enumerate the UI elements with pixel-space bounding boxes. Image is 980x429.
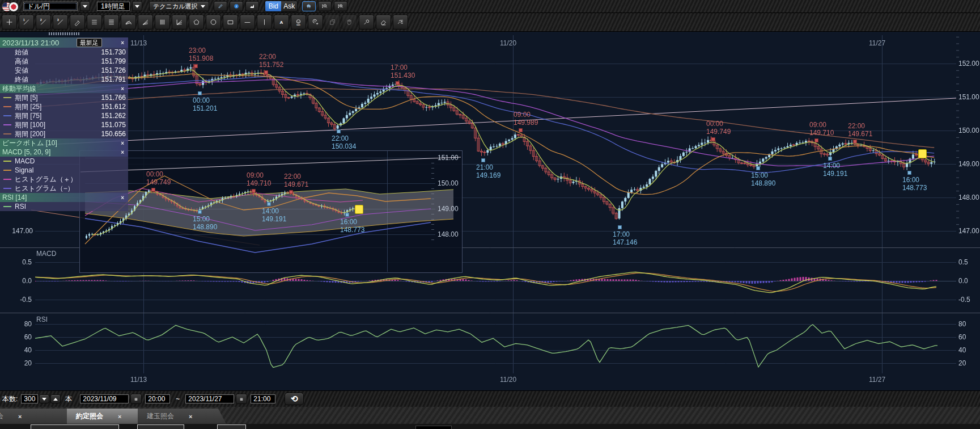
bottom-annotation: 22:00150.034: [332, 134, 356, 150]
annotation-price: 147.146: [613, 238, 637, 246]
pair-dropdown-arrow[interactable]: [80, 1, 90, 11]
pencil-button[interactable]: [214, 1, 227, 11]
bottom-annotation: 15:00148.890: [751, 171, 775, 187]
peak-marker: [711, 137, 715, 141]
close-icon[interactable]: ×: [119, 40, 126, 46]
pentagon-icon: [193, 17, 200, 27]
zoom-out-button[interactable]: [318, 1, 332, 11]
macd-axis-label-right: 0.0: [958, 277, 968, 285]
fan-lines-button[interactable]: [138, 15, 153, 30]
icon-stamp-button[interactable]: icon: [291, 15, 306, 30]
calendar-from-button[interactable]: [130, 394, 142, 404]
peak-annotation: 00:00149.749: [706, 120, 731, 136]
calendar-to-button[interactable]: [236, 394, 247, 404]
time-from-input[interactable]: 20:00: [145, 394, 170, 403]
candle-chart-type-button[interactable]: [302, 1, 316, 11]
hlines-3-icon: [91, 17, 98, 27]
row-label: RSI: [15, 203, 26, 211]
marker-pen-button[interactable]: [70, 15, 85, 30]
area-chart-button[interactable]: [245, 1, 259, 11]
chart-canvas[interactable]: [0, 0, 980, 429]
inset-current-price-marker: [355, 205, 363, 214]
eraser-button[interactable]: [376, 15, 391, 30]
row-label: 期間 [25]: [15, 102, 41, 112]
panel-drag-handle[interactable]: [49, 32, 79, 35]
trendline-1-icon: 1: [23, 17, 30, 27]
timeframe-select[interactable]: 1時間足: [97, 2, 130, 11]
row-value: 151.766: [101, 94, 126, 102]
crosshair-button[interactable]: [2, 15, 17, 30]
horizontal-line-button[interactable]: [240, 15, 255, 30]
ask-button[interactable]: Ask: [281, 1, 297, 11]
count-decrease-button[interactable]: [39, 394, 49, 403]
date-to-input[interactable]: 2023/11/27: [185, 394, 234, 403]
price-axis-label: 151.00: [958, 93, 979, 101]
circle-button[interactable]: [206, 15, 221, 30]
technical-select-button[interactable]: テクニカル選択: [149, 1, 209, 11]
time-shift-button[interactable]: [308, 15, 323, 30]
bar-count-input[interactable]: 300: [21, 394, 38, 403]
annotation-price: 148.773: [902, 184, 927, 192]
annotation-price: 151.430: [391, 72, 415, 79]
row-value: 151.791: [101, 75, 126, 83]
trendline-2-button[interactable]: 2: [36, 15, 51, 30]
hlines-3-button[interactable]: [87, 15, 102, 30]
bid-button[interactable]: Bid: [265, 1, 281, 11]
range-tilde: ~: [176, 395, 180, 403]
annotation-price: 148.773: [340, 226, 364, 234]
close-icon[interactable]: ×: [18, 413, 22, 420]
timeframe-dropdown-arrow[interactable]: [132, 1, 142, 11]
icon-stamp-icon: icon: [295, 17, 302, 27]
latest-candle-button[interactable]: 最新足: [77, 38, 102, 47]
close-icon[interactable]: ×: [119, 195, 126, 201]
ma-row: 期間 [200]150.656: [0, 129, 128, 138]
close-icon[interactable]: ×: [118, 413, 121, 420]
vertical-line-button[interactable]: [257, 15, 272, 30]
hlines-4-button[interactable]: [104, 15, 119, 30]
annotation-price: 151.752: [259, 61, 283, 69]
ma-section-header: 移動平均線 ×: [0, 84, 128, 93]
bottom-annotation: 14:00149.191: [823, 162, 847, 178]
annotation-time: 22:00: [848, 122, 865, 130]
close-icon[interactable]: ×: [119, 149, 126, 155]
count-increase-button[interactable]: [50, 394, 61, 403]
pentagon-button[interactable]: [189, 15, 204, 30]
macd-axis-label-right: -0.5: [958, 296, 970, 304]
vlines-button[interactable]: [155, 15, 170, 30]
trendline-1-button[interactable]: 1: [19, 15, 34, 30]
wrench-list-button[interactable]: [393, 15, 408, 30]
macd-row: MACD: [0, 157, 128, 166]
rectangle-button[interactable]: [223, 15, 238, 30]
ohlc-row: 安値151.726: [0, 66, 128, 75]
reset-range-button[interactable]: ⟲: [285, 393, 304, 405]
fx-chart-app: { "toolbar_top": { "pair_label": "ドル/円",…: [0, 0, 980, 429]
pitchfork-button[interactable]: [172, 15, 187, 30]
close-icon[interactable]: ×: [119, 140, 126, 146]
row-label: ヒストグラム（＋）: [15, 175, 77, 184]
drawing-toolbar: 123Aicon: [0, 13, 980, 32]
close-icon[interactable]: ×: [119, 86, 126, 92]
bottom-marker: [907, 171, 911, 175]
copy-button[interactable]: [325, 15, 340, 30]
annotation-time: 09:00: [809, 121, 826, 129]
text-button[interactable]: A: [274, 15, 289, 30]
zoom-in-button[interactable]: [334, 1, 347, 11]
row-label: ヒストグラム（−）: [15, 184, 74, 194]
tab-position-inquiry[interactable]: 建玉照会 ×: [138, 409, 226, 424]
pencil-icon: [218, 2, 223, 11]
close-icon[interactable]: ×: [189, 413, 192, 420]
bottom-annotation: 14:00149.191: [262, 207, 286, 223]
pair-select[interactable]: ドル/円: [23, 2, 78, 11]
bottom-marker: [267, 202, 271, 206]
trendline-3-button[interactable]: 3: [53, 15, 68, 30]
rsi-axis-label-right: 20: [958, 359, 966, 367]
inset-price-axis-label: 149.00: [438, 205, 459, 213]
gauge-arc-button[interactable]: [121, 15, 136, 30]
info-button[interactable]: i: [230, 1, 243, 11]
time-to-input[interactable]: 21:00: [251, 394, 275, 403]
date-from-input[interactable]: 2023/11/09: [80, 394, 129, 403]
hand-button[interactable]: [342, 15, 357, 30]
wrench-button[interactable]: [359, 15, 374, 30]
annotation-time: 22:00: [284, 173, 301, 180]
series-color-swatch: [3, 106, 11, 107]
